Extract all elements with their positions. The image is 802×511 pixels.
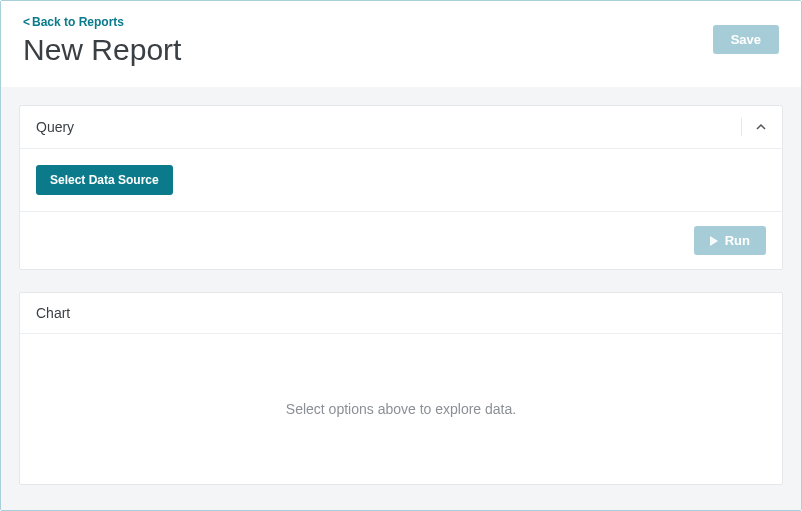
query-panel: Query Select Data Source Run bbox=[19, 105, 783, 270]
chart-panel-body: Select options above to explore data. bbox=[20, 334, 782, 484]
save-button[interactable]: Save bbox=[713, 25, 779, 54]
query-panel-title: Query bbox=[36, 119, 74, 135]
query-panel-body: Select Data Source bbox=[20, 149, 782, 212]
play-icon bbox=[710, 236, 718, 246]
page-header: < Back to Reports New Report Save bbox=[1, 1, 801, 87]
chevron-up-icon[interactable] bbox=[756, 122, 766, 132]
run-button[interactable]: Run bbox=[694, 226, 766, 255]
select-data-source-label: Select Data Source bbox=[50, 173, 159, 187]
header-left: < Back to Reports New Report bbox=[23, 15, 181, 67]
page-body: Query Select Data Source Run bbox=[1, 87, 801, 510]
query-collapse-area bbox=[741, 118, 766, 136]
query-panel-header: Query bbox=[20, 106, 782, 149]
query-panel-footer: Run bbox=[20, 212, 782, 269]
page-title: New Report bbox=[23, 33, 181, 67]
app-frame: < Back to Reports New Report Save Query bbox=[0, 0, 802, 511]
chart-placeholder-text: Select options above to explore data. bbox=[286, 401, 516, 417]
back-link-label: Back to Reports bbox=[32, 15, 124, 29]
chart-panel-header: Chart bbox=[20, 293, 782, 334]
chart-panel: Chart Select options above to explore da… bbox=[19, 292, 783, 485]
save-button-label: Save bbox=[731, 32, 761, 47]
chart-panel-title: Chart bbox=[36, 305, 70, 321]
back-to-reports-link[interactable]: < Back to Reports bbox=[23, 15, 181, 29]
run-button-label: Run bbox=[725, 233, 750, 248]
chevron-left-icon: < bbox=[23, 15, 30, 29]
select-data-source-button[interactable]: Select Data Source bbox=[36, 165, 173, 195]
